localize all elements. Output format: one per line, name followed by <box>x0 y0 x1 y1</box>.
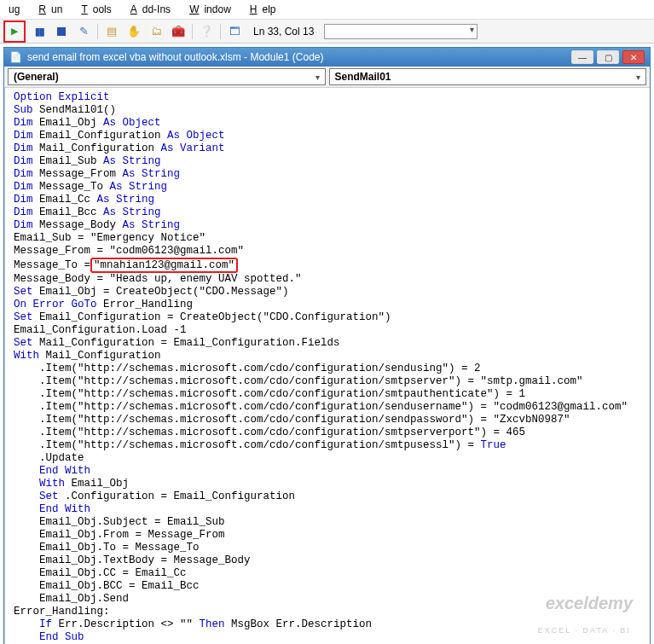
code-line: .Item("http://schemas.microsoft.com/cdo/… <box>14 401 628 413</box>
cursor-position: Ln 33, Col 13 <box>253 26 314 38</box>
code-line: As String <box>110 181 168 193</box>
code-line <box>14 465 39 477</box>
toolbar-separator <box>192 24 193 39</box>
toolbox-icon[interactable]: 🧰 <box>170 23 187 40</box>
code-line: If <box>39 618 52 630</box>
code-line: MsgBox Err.Description <box>225 618 373 630</box>
design-mode-icon[interactable]: ✎ <box>75 23 92 40</box>
code-line: Dim <box>14 130 33 142</box>
toolbar-separator <box>220 24 221 39</box>
code-line: Set <box>14 311 33 323</box>
properties-icon[interactable]: ✋ <box>125 23 142 40</box>
code-line: Message_Body <box>33 219 123 231</box>
code-line: As String <box>123 219 181 231</box>
code-line: Mail_Configuration <box>39 350 161 362</box>
code-line: .Item("http://schemas.microsoft.com/cdo/… <box>14 414 570 426</box>
titlebar: 📄 send email from excel vba without outl… <box>4 48 650 67</box>
menu-help[interactable]: Help <box>240 2 281 17</box>
code-line: As String <box>103 155 161 167</box>
code-line: End Sub <box>39 631 84 643</box>
code-line: Option Explicit <box>14 91 110 103</box>
code-line: .Item("http://schemas.microsoft.com/cdo/… <box>14 426 525 438</box>
code-line: .Update <box>14 452 84 464</box>
procedure-combo[interactable]: SendMail01 <box>329 68 647 85</box>
run-icon[interactable]: ▶ <box>6 23 23 40</box>
maximize-button[interactable]: ▢ <box>597 50 619 64</box>
code-line <box>14 490 39 502</box>
code-line: As Object <box>103 117 161 129</box>
code-line: Message_Body = "Heads up, enemy UAV spot… <box>14 273 302 285</box>
window-icon[interactable]: 🗔 <box>226 23 243 40</box>
code-line: As String <box>103 206 161 218</box>
code-line: Email_Obj.Send <box>14 593 129 605</box>
code-line: Email_Obj.CC = Email_Cc <box>14 567 187 579</box>
code-line: Email_Obj <box>33 117 104 129</box>
code-line: Message_From = "codm06123@gmail.com" <box>14 245 244 257</box>
code-line: Email_Obj.BCC = Email_Bcc <box>14 580 200 592</box>
pause-icon[interactable]: ▮▮ <box>31 23 48 40</box>
toolbar: ▶ ▮▮ ✎ ▤ ✋ 🗂 🧰 ❔ 🗔 Ln 33, Col 13 <box>0 20 654 44</box>
menu-debug[interactable]: ug <box>3 2 25 17</box>
code-line: Error_Handling: <box>14 606 110 618</box>
code-line: On Error GoTo <box>14 299 97 310</box>
object-combo[interactable]: (General) <box>8 68 326 85</box>
code-editor[interactable]: Option Explicit Sub SendMail01() Dim Ema… <box>4 88 650 644</box>
code-line: Email_Bcc <box>33 206 104 218</box>
code-line: Sub <box>14 104 33 116</box>
help-icon[interactable]: ❔ <box>198 23 215 40</box>
menu-addins[interactable]: Add-Ins <box>120 2 176 17</box>
minimize-button[interactable]: — <box>571 50 593 64</box>
procedure-empty-combo[interactable] <box>324 24 477 39</box>
code-line: Dim <box>14 206 33 218</box>
code-line: .Item("http://schemas.microsoft.com/cdo/… <box>14 363 481 374</box>
close-button[interactable]: ✕ <box>622 50 645 64</box>
toolbar-separator <box>97 24 98 39</box>
highlighted-email: "mnahian123@gmail.com" <box>90 258 238 273</box>
code-line: Then <box>200 618 225 630</box>
code-line: Email_Sub <box>33 155 104 167</box>
code-line <box>14 631 39 643</box>
code-line: Dim <box>14 155 33 167</box>
code-line: .Configuration = Email_Configuration <box>59 490 296 502</box>
menu-window[interactable]: Window <box>179 2 236 17</box>
object-browser-icon[interactable]: 🗂 <box>148 23 165 40</box>
code-line: Email_Configuration.Load -1 <box>14 324 187 336</box>
code-line: Email_Obj.TextBody = Message_Body <box>14 554 251 566</box>
code-line: With <box>39 478 65 490</box>
code-line: Dim <box>14 181 33 193</box>
menu-run[interactable]: Run <box>28 2 67 17</box>
code-line: .Item("http://schemas.microsoft.com/cdo/… <box>14 375 583 387</box>
code-line: Mail_Configuration <box>33 142 161 154</box>
code-line: Err.Description <> "" <box>52 618 200 630</box>
code-line: Email_Obj.To = Message_To <box>14 542 200 554</box>
code-line: Error_Handling <box>97 299 194 310</box>
module-icon: 📄 <box>9 51 22 63</box>
menu-tools[interactable]: Tools <box>71 2 116 17</box>
code-line: Message_To <box>33 181 110 193</box>
code-line: Email_Obj.From = Message_From <box>14 529 225 541</box>
code-line: As String <box>97 194 155 206</box>
code-line: As Object <box>167 130 225 142</box>
code-line: Message_From <box>33 168 123 180</box>
stop-icon[interactable] <box>53 23 70 40</box>
code-line: End With <box>39 503 90 515</box>
code-line: Message_To = <box>14 259 90 271</box>
code-line: Email_Configuration <box>33 130 168 142</box>
project-explorer-icon[interactable]: ▤ <box>103 23 120 40</box>
code-line: Dim <box>14 194 33 206</box>
code-line: Mail_Configuration = Email_Configuration… <box>33 337 340 349</box>
code-line: Email_Obj = CreateObject("CDO.Message") <box>33 286 289 298</box>
code-line: As Variant <box>161 142 225 154</box>
code-line: Dim <box>14 168 33 180</box>
code-line: True <box>481 439 506 451</box>
code-line: .Item("http://schemas.microsoft.com/cdo/… <box>14 388 525 400</box>
code-line: Dim <box>14 142 33 154</box>
code-line: Email_Sub = "Emergency Notice" <box>14 232 205 244</box>
code-selectors: (General) SendMail01 <box>4 67 650 88</box>
window-title: send email from excel vba without outloo… <box>27 51 571 63</box>
code-line: SendMail01() <box>33 104 117 116</box>
code-line: Email_Obj.Subject = Email_Sub <box>14 516 225 528</box>
code-line: .Item("http://schemas.microsoft.com/cdo/… <box>14 439 481 451</box>
code-line: Email_Obj <box>65 478 129 490</box>
code-line <box>14 618 39 630</box>
